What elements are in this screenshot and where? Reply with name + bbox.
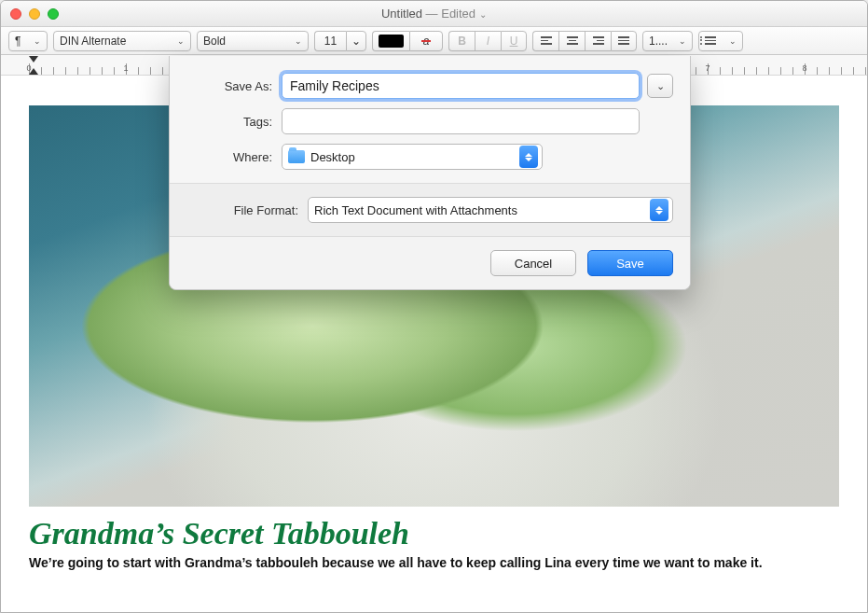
underline-label: U (510, 35, 518, 48)
color-swatch-icon (379, 35, 404, 48)
italic-label: I (487, 35, 489, 48)
style-group: B I U (448, 31, 527, 51)
ruler-number: 1 (123, 63, 128, 73)
save-button-label: Save (616, 257, 644, 271)
chevron-down-icon: ⌄ (34, 36, 41, 46)
chevron-down-icon: ⌄ (679, 36, 686, 46)
align-justify-button[interactable] (611, 31, 637, 51)
chevron-down-icon: ⌄ (729, 36, 737, 46)
format-toolbar: ¶ ⌄ DIN Alternate ⌄ Bold ⌄ 11 ⌄ a (1, 27, 867, 55)
font-size-stepper[interactable]: ⌄ (346, 31, 366, 51)
alignment-group (532, 31, 637, 51)
font-size-field[interactable]: 11 (314, 31, 346, 51)
chevron-down-icon: ⌄ (295, 36, 302, 46)
file-format-value: Rich Text Document with Attachments (314, 203, 517, 217)
save-dialog: Save As: ⌄ Tags: Where: Desktop File Fo (169, 56, 691, 290)
cancel-button[interactable]: Cancel (490, 250, 576, 276)
font-family-select[interactable]: DIN Alternate ⌄ (53, 31, 191, 51)
where-value: Desktop (310, 150, 355, 164)
italic-button[interactable]: I (475, 31, 501, 51)
tags-input[interactable] (282, 108, 640, 134)
tags-label: Tags: (186, 115, 272, 129)
font-size-value: 11 (324, 35, 337, 48)
align-left-icon (541, 36, 552, 45)
line-spacing-value: 1.... (649, 35, 668, 48)
text-color-button[interactable] (372, 31, 409, 51)
popup-arrows-icon (650, 199, 668, 221)
align-justify-icon (618, 36, 629, 45)
where-label: Where: (186, 150, 272, 164)
folder-icon (288, 150, 305, 163)
left-indent-marker[interactable] (29, 68, 38, 75)
document-heading[interactable]: Grandma’s Secret Tabbouleh (29, 516, 839, 551)
strike-sample-icon: a (423, 35, 430, 48)
popup-arrows-icon (519, 146, 538, 168)
paragraph-style-select[interactable]: ¶ ⌄ (8, 31, 48, 51)
align-center-icon (567, 36, 578, 45)
color-group: a (372, 31, 443, 51)
ruler-number: 7 (705, 63, 710, 73)
chevron-down-icon: ⌄ (177, 36, 185, 46)
align-right-icon (593, 36, 604, 45)
chevron-down-icon: ⌄ (351, 35, 361, 48)
save-button[interactable]: Save (587, 250, 673, 276)
cancel-button-label: Cancel (515, 257, 552, 271)
title-dropdown-icon: ⌄ (479, 9, 487, 20)
save-as-label: Save As: (186, 79, 272, 93)
underline-button[interactable]: U (501, 31, 527, 51)
font-weight-value: Bold (203, 35, 226, 48)
titlebar: Untitled — Edited⌄ (1, 1, 867, 27)
file-format-label: File Format: (186, 203, 298, 217)
window-title[interactable]: Untitled — Edited⌄ (1, 7, 867, 21)
document-body-text[interactable]: We’re going to start with Grandma’s tabb… (29, 555, 839, 570)
align-left-button[interactable] (532, 31, 558, 51)
file-format-select[interactable]: Rich Text Document with Attachments (308, 197, 673, 223)
align-right-button[interactable] (585, 31, 611, 51)
document-edited-suffix: — Edited (422, 7, 475, 21)
save-as-input[interactable] (282, 73, 640, 99)
font-size-group: 11 ⌄ (314, 31, 366, 51)
bold-button[interactable]: B (448, 31, 475, 51)
align-center-button[interactable] (558, 31, 585, 51)
bold-label: B (458, 35, 466, 48)
first-line-indent-marker[interactable] (29, 56, 38, 63)
font-family-value: DIN Alternate (60, 35, 126, 48)
font-weight-select[interactable]: Bold ⌄ (197, 31, 309, 51)
document-title-text: Untitled (381, 7, 422, 21)
list-icon (705, 36, 716, 45)
line-spacing-select[interactable]: 1.... ⌄ (642, 31, 693, 51)
expand-dialog-button[interactable]: ⌄ (647, 74, 673, 98)
textedit-window: Untitled — Edited⌄ ¶ ⌄ DIN Alternate ⌄ B… (0, 0, 868, 613)
ruler-number: 8 (802, 63, 806, 73)
chevron-down-icon: ⌄ (656, 80, 665, 92)
where-select[interactable]: Desktop (282, 144, 543, 170)
list-style-select[interactable]: ⌄ (698, 31, 743, 51)
highlight-color-button[interactable]: a (409, 31, 443, 51)
paragraph-symbol: ¶ (15, 35, 21, 48)
